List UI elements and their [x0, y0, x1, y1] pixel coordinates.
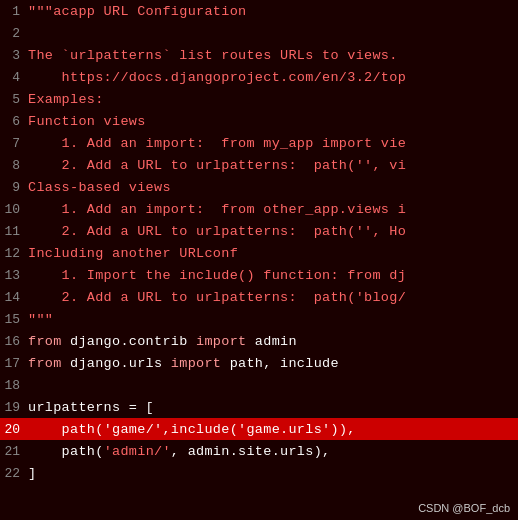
- line-number-1: 1: [0, 4, 28, 19]
- line-content-7: 1. Add an import: from my_app import vie: [28, 136, 406, 151]
- line-number-20: 20: [0, 422, 28, 437]
- line-number-2: 2: [0, 26, 28, 41]
- code-line-10: 10 1. Add an import: from other_app.view…: [0, 198, 518, 220]
- code-line-2: 2: [0, 22, 518, 44]
- line-number-21: 21: [0, 444, 28, 459]
- line-number-6: 6: [0, 114, 28, 129]
- code-line-7: 7 1. Add an import: from my_app import v…: [0, 132, 518, 154]
- line-number-10: 10: [0, 202, 28, 217]
- line-content-20: path('game/',include('game.urls')),: [28, 422, 356, 437]
- line-content-1: """acapp URL Configuration: [28, 4, 246, 19]
- line-content-5: Examples:: [28, 92, 104, 107]
- line-content-8: 2. Add a URL to urlpatterns: path('', vi: [28, 158, 406, 173]
- code-line-1: 1 """acapp URL Configuration: [0, 0, 518, 22]
- line-content-11: 2. Add a URL to urlpatterns: path('', Ho: [28, 224, 406, 239]
- code-line-19: 19 urlpatterns = [: [0, 396, 518, 418]
- line-number-13: 13: [0, 268, 28, 283]
- watermark: CSDN @BOF_dcb: [418, 502, 510, 514]
- line-content-19: urlpatterns = [: [28, 400, 154, 415]
- line-content-9: Class-based views: [28, 180, 171, 195]
- line-number-19: 19: [0, 400, 28, 415]
- code-line-8: 8 2. Add a URL to urlpatterns: path('', …: [0, 154, 518, 176]
- line-number-22: 22: [0, 466, 28, 481]
- line-content-4: https://docs.djangoproject.com/en/3.2/to…: [28, 70, 406, 85]
- line-content-18: [28, 378, 36, 393]
- line-number-7: 7: [0, 136, 28, 151]
- line-number-8: 8: [0, 158, 28, 173]
- line-content-13: 1. Import the include() function: from d…: [28, 268, 406, 283]
- code-line-9: 9 Class-based views: [0, 176, 518, 198]
- line-content-15: """: [28, 312, 53, 327]
- line-content-12: Including another URLconf: [28, 246, 238, 261]
- line-number-5: 5: [0, 92, 28, 107]
- line-content-17: from django.urls import path, include: [28, 356, 339, 371]
- code-line-4: 4 https://docs.djangoproject.com/en/3.2/…: [0, 66, 518, 88]
- line-content-16: from django.contrib import admin: [28, 334, 297, 349]
- line-number-15: 15: [0, 312, 28, 327]
- code-line-16: 16 from django.contrib import admin: [0, 330, 518, 352]
- code-line-21: 21 path('admin/', admin.site.urls),: [0, 440, 518, 462]
- code-line-15: 15 """: [0, 308, 518, 330]
- line-content-21: path('admin/', admin.site.urls),: [28, 444, 330, 459]
- code-container: 1 """acapp URL Configuration 2 3 The `ur…: [0, 0, 518, 520]
- code-line-13: 13 1. Import the include() function: fro…: [0, 264, 518, 286]
- line-content-10: 1. Add an import: from other_app.views i: [28, 202, 406, 217]
- code-line-22: 22 ]: [0, 462, 518, 484]
- line-number-9: 9: [0, 180, 28, 195]
- code-line-11: 11 2. Add a URL to urlpatterns: path('',…: [0, 220, 518, 242]
- line-number-17: 17: [0, 356, 28, 371]
- code-line-17: 17 from django.urls import path, include: [0, 352, 518, 374]
- line-content-6: Function views: [28, 114, 146, 129]
- line-number-11: 11: [0, 224, 28, 239]
- line-number-4: 4: [0, 70, 28, 85]
- code-line-18: 18: [0, 374, 518, 396]
- line-content-14: 2. Add a URL to urlpatterns: path('blog/: [28, 290, 406, 305]
- code-line-3: 3 The `urlpatterns` list routes URLs to …: [0, 44, 518, 66]
- line-number-12: 12: [0, 246, 28, 261]
- code-line-14: 14 2. Add a URL to urlpatterns: path('bl…: [0, 286, 518, 308]
- line-content-3: The `urlpatterns` list routes URLs to vi…: [28, 48, 398, 63]
- line-number-3: 3: [0, 48, 28, 63]
- code-line-6: 6 Function views: [0, 110, 518, 132]
- line-content-22: ]: [28, 466, 36, 481]
- code-line-5: 5 Examples:: [0, 88, 518, 110]
- line-number-14: 14: [0, 290, 28, 305]
- code-line-12: 12 Including another URLconf: [0, 242, 518, 264]
- line-content-2: [28, 26, 36, 41]
- line-number-18: 18: [0, 378, 28, 393]
- code-line-20: 20 path('game/',include('game.urls')),: [0, 418, 518, 440]
- line-number-16: 16: [0, 334, 28, 349]
